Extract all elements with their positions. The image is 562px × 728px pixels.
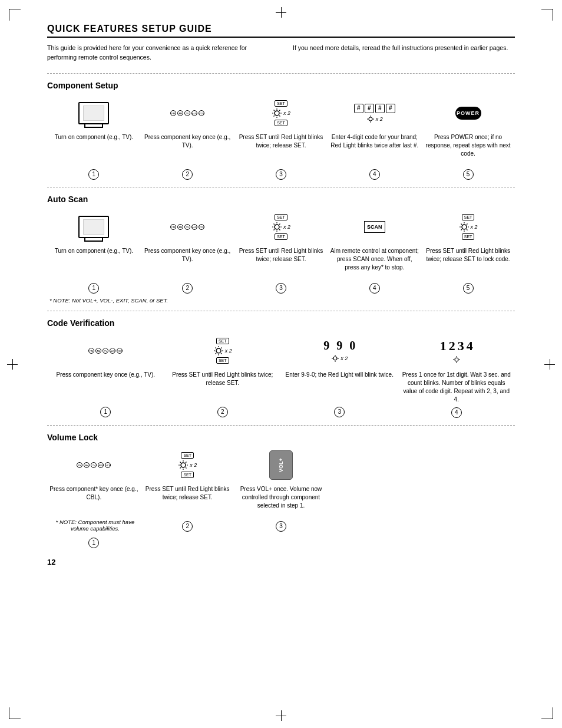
remote-group-as: FM AM TV AUX VCR bbox=[170, 224, 204, 230]
section-title-auto-scan: Auto Scan bbox=[47, 195, 515, 204]
section-title-vol-lock: Volume Lock bbox=[47, 433, 515, 442]
as-step-1-icon bbox=[78, 211, 109, 243]
svg-line-8 bbox=[273, 116, 275, 117]
vl-step-1: FM AM TV AUX VCR Press component* key on… bbox=[47, 449, 141, 548]
code-digits-990: 9 9 0 bbox=[321, 339, 358, 353]
set-label-as5-top: SET bbox=[462, 214, 475, 220]
intro-right: If you need more details, reread the ful… bbox=[293, 44, 515, 62]
divider-4 bbox=[47, 425, 515, 426]
sun-svg-cv-2 bbox=[213, 345, 224, 356]
vol-plus-label: VOL+ bbox=[278, 458, 284, 472]
vl-step-3-icon: VOL+ bbox=[269, 449, 293, 482]
vol-lock-steps: FM AM TV AUX VCR Press component* key on… bbox=[47, 449, 515, 548]
as-step-1-desc: Turn on component (e.g., TV). bbox=[55, 247, 133, 279]
svg-point-46 bbox=[455, 358, 458, 361]
vl-step-3-desc: Press VOL+ once. Volume now controlled t… bbox=[237, 485, 326, 518]
rbtn-aux-vl: AUX bbox=[98, 462, 104, 468]
sun-cv3-row: x 2 bbox=[331, 354, 348, 363]
as-step-5: SET bbox=[421, 211, 515, 294]
digits-1234: 1 2 3 4 bbox=[440, 338, 473, 354]
as-step-4: SCAN Aim remote control at component; pr… bbox=[328, 211, 421, 294]
as-step-2-desc: Press component key once (e.g., TV). bbox=[143, 247, 232, 279]
section-title-component: Component Setup bbox=[47, 81, 515, 90]
hash-keys: # # # # bbox=[354, 104, 395, 113]
vl-step-3-num: 3 bbox=[276, 521, 286, 532]
hash-key-4: # bbox=[386, 104, 395, 113]
svg-line-21 bbox=[279, 224, 280, 225]
hash-sun-row: x 2 bbox=[366, 115, 383, 123]
as-step-3-desc: Press SET until Red Light blinks twice; … bbox=[237, 247, 326, 279]
svg-line-20 bbox=[279, 229, 280, 230]
sun-as5-row: x 2 bbox=[459, 222, 478, 232]
step-5-desc: Press POWER once; if no response, repeat… bbox=[424, 133, 513, 166]
svg-point-41 bbox=[333, 357, 337, 360]
section-auto-scan: Auto Scan Turn on component (e.g., TV). … bbox=[47, 195, 515, 304]
x2-cv2: x 2 bbox=[225, 348, 232, 354]
set-label-cv2-bottom: SET bbox=[216, 357, 229, 364]
svg-point-9 bbox=[369, 117, 372, 121]
rbtn-fm-vl: FM bbox=[77, 462, 82, 468]
vl-step-1-icon: FM AM TV AUX VCR bbox=[77, 449, 111, 482]
set-label-as5-bottom: SET bbox=[462, 233, 475, 240]
divider-3 bbox=[47, 311, 515, 311]
sun-svg-as-5 bbox=[459, 222, 470, 232]
tv-icon-as bbox=[78, 216, 109, 238]
rbtn-vcr: VCR bbox=[199, 110, 204, 116]
sun-as-row: x 2 bbox=[272, 222, 290, 232]
set-label-as-bottom: SET bbox=[275, 233, 287, 240]
vl-note: * NOTE: Component must have volume capab… bbox=[49, 519, 138, 532]
step-5-num: 5 bbox=[463, 169, 474, 180]
step-1-icon bbox=[78, 97, 109, 130]
svg-line-37 bbox=[215, 348, 216, 349]
tv-screen bbox=[83, 106, 104, 121]
cv-step-4-icon: 1 2 3 4 bbox=[440, 335, 473, 367]
hash-key-2: # bbox=[365, 104, 374, 113]
as-step-5-icon: SET bbox=[459, 211, 478, 243]
cv-step-4-desc: Press 1 once for 1st digit. Wait 3 sec. … bbox=[401, 371, 513, 404]
power-button-icon: POWER bbox=[455, 107, 481, 120]
step-4: # # # # bbox=[328, 97, 421, 180]
crosshair-top bbox=[276, 7, 286, 18]
digit-3: 3 bbox=[458, 338, 464, 354]
step-4-desc: Enter 4-digit code for your brand; Red L… bbox=[330, 133, 419, 166]
step-3-num: 3 bbox=[276, 169, 286, 180]
rbtn-am-vl: AM bbox=[84, 462, 90, 468]
corner-mark-tl bbox=[9, 9, 21, 21]
crosshair-bottom bbox=[276, 710, 286, 721]
rbtn-vcr-as: VCR bbox=[199, 224, 204, 230]
svg-line-19 bbox=[273, 224, 275, 225]
page-number: 12 bbox=[47, 558, 515, 566]
section-title-code-ver: Code Verification bbox=[47, 318, 515, 328]
corner-mark-tr bbox=[541, 9, 553, 21]
svg-line-29 bbox=[467, 229, 468, 230]
step-1-desc: Turn on component (e.g., TV). bbox=[55, 133, 133, 166]
svg-line-40 bbox=[215, 353, 216, 354]
x2-hash: x 2 bbox=[376, 116, 383, 122]
step-2: FM AM TV AUX VCR Press component key onc… bbox=[141, 97, 234, 180]
digit-9-2: 9 bbox=[334, 339, 345, 353]
vl-step-1-desc: Press component* key once (e.g., CBL). bbox=[49, 485, 138, 518]
rbtn-aux-cv: AUX bbox=[110, 348, 115, 354]
remote-group-cv: FM AM TV AUX VCR bbox=[88, 348, 123, 354]
component-setup-steps: Turn on component (e.g., TV). 1 FM AM TV… bbox=[47, 97, 515, 180]
digit-1: 1 bbox=[440, 338, 447, 354]
rbtn-am: AM bbox=[177, 110, 183, 116]
x2-label-3: x 2 bbox=[283, 110, 290, 116]
vl-step-2: SET bbox=[141, 449, 234, 532]
step-1: Turn on component (e.g., TV). 1 bbox=[47, 97, 141, 180]
svg-line-30 bbox=[467, 224, 468, 225]
sun-svg-vl-2 bbox=[178, 460, 189, 470]
digit-9-1: 9 bbox=[321, 339, 332, 353]
set-label-top: SET bbox=[275, 100, 287, 107]
intro-section: This guide is provided here for your con… bbox=[47, 44, 515, 62]
digit-0: 0 bbox=[347, 339, 358, 353]
as-step-5-desc: Press SET until Red Light blinks twice; … bbox=[424, 247, 513, 279]
x2-as5: x 2 bbox=[471, 224, 478, 230]
x2-cv3: x 2 bbox=[340, 355, 348, 361]
digit-4: 4 bbox=[467, 338, 473, 354]
sun-svg-cv-4 bbox=[452, 355, 461, 364]
step-2-icon: FM AM TV AUX VCR bbox=[170, 97, 204, 130]
vol-plus-icon: VOL+ bbox=[269, 450, 293, 480]
svg-line-58 bbox=[186, 462, 187, 463]
sun-x2-row: x 2 bbox=[272, 108, 290, 118]
